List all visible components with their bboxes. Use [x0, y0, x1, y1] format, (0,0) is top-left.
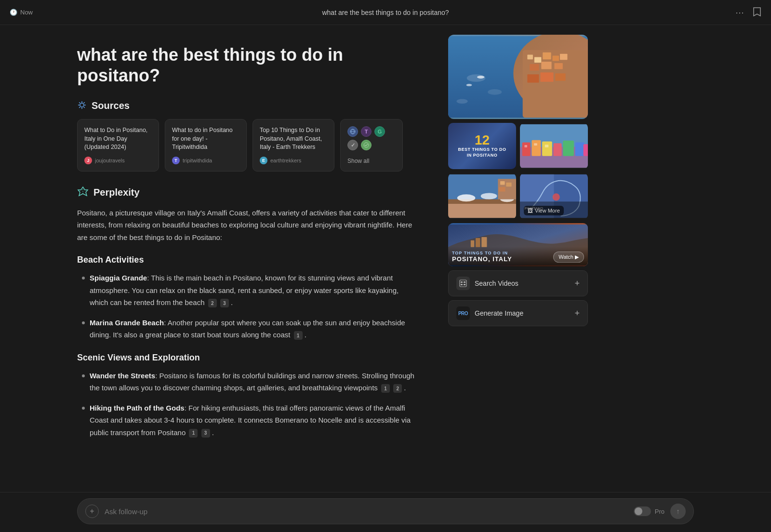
- svg-rect-64: [461, 281, 463, 283]
- svg-rect-21: [541, 62, 551, 69]
- perplexity-icon: [77, 186, 89, 199]
- svg-point-11: [364, 143, 369, 147]
- follow-up-input[interactable]: [105, 507, 628, 516]
- marina-period: .: [305, 331, 306, 339]
- svg-rect-33: [522, 142, 531, 156]
- svg-rect-67: [464, 284, 465, 285]
- main-image-inner: [448, 35, 588, 119]
- perplexity-section: Perplexity Positano, a picturesque villa…: [77, 186, 414, 439]
- show-all-link[interactable]: Show all: [347, 158, 396, 164]
- source-domain-1: joujoutravels: [95, 158, 125, 163]
- more-icon[interactable]: ⋯: [735, 7, 745, 18]
- search-videos-row[interactable]: Search Videos +: [448, 270, 588, 296]
- svg-point-27: [488, 89, 502, 95]
- action-left-search: Search Videos: [456, 277, 518, 290]
- submit-button[interactable]: ↑: [670, 504, 686, 519]
- svg-rect-41: [534, 143, 537, 146]
- svg-line-5: [79, 103, 80, 104]
- svg-line-8: [79, 107, 80, 108]
- source-card-2[interactable]: What to do in Positano for one day! - Tr…: [165, 119, 247, 172]
- view-more-label: View More: [535, 208, 560, 213]
- svg-rect-51: [506, 183, 511, 186]
- topbar-query: what are the best things to do in posita…: [322, 9, 449, 16]
- source-title-3: Top 10 Things to Do in Positano, Amalfi …: [260, 126, 327, 152]
- favicon-extra-2: T: [361, 126, 372, 137]
- favicon-extra-5: [361, 140, 372, 150]
- image-icon: 🖼: [528, 208, 533, 213]
- source-card-1[interactable]: What to Do in Positano, Italy in One Day…: [77, 119, 159, 172]
- source-meta-2: T tripitwithdida: [172, 157, 239, 164]
- pro-label: Pro: [655, 508, 665, 515]
- spiaggia-period: .: [231, 298, 233, 306]
- generate-image-label: Generate Image: [475, 309, 523, 317]
- cite-badge-2[interactable]: 2: [208, 299, 217, 307]
- search-videos-plus[interactable]: +: [574, 279, 580, 289]
- cite-badge-2b[interactable]: 2: [393, 384, 402, 393]
- intro-text: Positano, a picturesque village on Italy…: [77, 207, 414, 244]
- source-title-1: What to Do in Positano, Italy in One Day…: [84, 126, 152, 152]
- topbar-left: 🕐 Now: [10, 9, 33, 16]
- source-domain-2: tripitwithdida: [183, 158, 212, 163]
- pro-toggle[interactable]: Pro: [634, 506, 665, 516]
- svg-rect-39: [584, 144, 588, 156]
- cite-badge-1c[interactable]: 1: [189, 429, 198, 438]
- cite-badge-3[interactable]: 3: [220, 299, 229, 307]
- image-grid: 12 BEST THINGS TO DOIN POSITANO: [448, 123, 588, 219]
- generate-image-plus[interactable]: +: [574, 308, 580, 319]
- thumb-best-things: 12 BEST THINGS TO DOIN POSITANO: [448, 123, 516, 169]
- bullet-dot-3: [82, 374, 85, 377]
- svg-point-29: [477, 76, 484, 79]
- add-button[interactable]: +: [85, 505, 99, 518]
- cite-badge-3b[interactable]: 3: [201, 429, 210, 438]
- source-card-3[interactable]: Top 10 Things to Do in Positano, Amalfi …: [253, 119, 334, 172]
- page-title: what are the best things to do in posita…: [77, 44, 414, 86]
- marina-term: Marina Grande Beach: [90, 319, 164, 327]
- svg-rect-45: [448, 204, 516, 218]
- svg-rect-25: [555, 73, 565, 80]
- perplexity-header: Perplexity: [77, 186, 414, 199]
- svg-rect-38: [575, 142, 585, 156]
- cite-badge-1b[interactable]: 1: [381, 384, 390, 393]
- generate-image-row[interactable]: PRO Generate Image +: [448, 300, 588, 326]
- svg-rect-37: [563, 141, 574, 156]
- svg-rect-52: [499, 187, 505, 191]
- bullet-marina: Marina Grande Beach: Another popular spo…: [82, 317, 414, 341]
- svg-rect-65: [464, 281, 465, 283]
- favicon-extra-3: G: [374, 126, 385, 137]
- sources-grid: What to Do in Positano, Italy in One Day…: [77, 119, 414, 172]
- svg-rect-34: [532, 140, 541, 156]
- svg-rect-19: [560, 54, 567, 60]
- bookmark-icon[interactable]: [753, 7, 761, 18]
- favicon-extra-1: [347, 126, 358, 137]
- watch-button[interactable]: Watch ▶: [553, 252, 584, 263]
- svg-rect-40: [524, 145, 527, 147]
- topbar: 🕐 Now what are the best things to do in …: [0, 0, 771, 25]
- generate-image-icon: PRO: [456, 306, 470, 320]
- svg-rect-35: [542, 142, 552, 156]
- action-left-generate: PRO Generate Image: [456, 306, 523, 320]
- source-title-2: What to do in Positano for one day! - Tr…: [172, 126, 239, 152]
- wander-period: .: [404, 384, 406, 392]
- search-videos-label: Search Videos: [475, 279, 518, 287]
- svg-line-6: [84, 107, 85, 108]
- content-area: what are the best things to do in posita…: [0, 25, 443, 492]
- sources-title: Sources: [92, 100, 130, 111]
- source-favicon-2: T: [172, 157, 180, 164]
- view-more-button[interactable]: 🖼 View More: [524, 206, 564, 215]
- svg-rect-62: [481, 237, 487, 247]
- search-videos-icon: [456, 277, 470, 290]
- bullet-dot-4: [82, 407, 85, 410]
- favicon-extra-4: ✓: [347, 140, 358, 150]
- toggle-switch[interactable]: [634, 506, 651, 516]
- cite-badge-1[interactable]: 1: [294, 331, 303, 340]
- svg-rect-50: [500, 181, 505, 185]
- source-meta-1: J joujoutravels: [84, 157, 152, 164]
- main-layout: what are the best things to do in posita…: [0, 25, 771, 492]
- perplexity-title: Perplexity: [93, 187, 140, 198]
- svg-rect-22: [554, 63, 562, 69]
- source-more-card[interactable]: T G ✓ Show all: [340, 119, 403, 172]
- svg-point-47: [481, 193, 497, 199]
- beach-activities-list: Spiaggia Grande: This is the main beach …: [77, 272, 414, 341]
- svg-point-30: [466, 84, 472, 86]
- source-icons-row: T G ✓: [347, 126, 396, 150]
